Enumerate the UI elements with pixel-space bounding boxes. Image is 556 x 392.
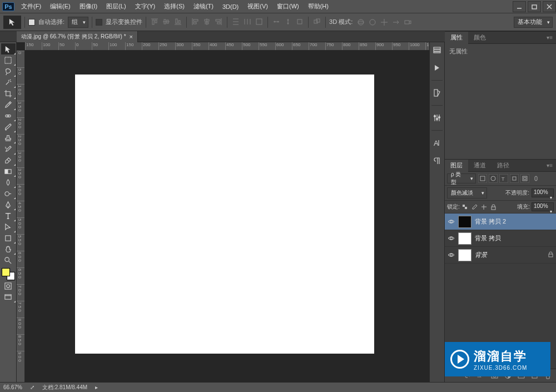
distribute-2-icon[interactable]: [242, 17, 252, 27]
eyedropper-tool[interactable]: [1, 99, 16, 110]
layer-row[interactable]: 背景: [445, 247, 556, 264]
ruler-horizontal[interactable]: 1501005005010015020025030035040045050055…: [25, 42, 445, 51]
close-icon[interactable]: ×: [130, 33, 133, 40]
lock-trans-icon[interactable]: [461, 203, 469, 211]
minimize-button[interactable]: [513, 1, 526, 12]
workspace-dropdown[interactable]: 基本功能: [514, 17, 553, 28]
filter-shape-icon[interactable]: [510, 174, 519, 183]
menu-image[interactable]: 图像(I): [75, 0, 102, 13]
filter-type-icon[interactable]: T: [499, 174, 508, 183]
tab-layers[interactable]: 图层: [445, 160, 468, 172]
layer-row[interactable]: 背景 拷贝 2: [445, 214, 556, 230]
3d-slide-icon[interactable]: [391, 17, 401, 27]
auto-select-checkbox[interactable]: [28, 19, 35, 26]
zoom-tool[interactable]: [1, 255, 16, 266]
lock-all-icon[interactable]: [490, 203, 498, 211]
heal-tool[interactable]: [1, 110, 16, 121]
auto-select-dropdown[interactable]: 组: [68, 17, 88, 28]
actions-panel-icon[interactable]: [431, 62, 443, 73]
align-vcenter-icon[interactable]: [161, 17, 171, 27]
maximize-button[interactable]: [528, 1, 541, 12]
show-transform-checkbox[interactable]: [96, 19, 102, 26]
menu-type[interactable]: 文字(Y): [131, 0, 160, 13]
type-tool[interactable]: [1, 210, 16, 221]
filter-toggle-icon[interactable]: [532, 174, 540, 183]
current-tool-preset[interactable]: [3, 16, 21, 29]
layer-row[interactable]: 背景 拷贝: [445, 230, 556, 247]
distribute-6-icon[interactable]: [295, 17, 305, 27]
stamp-tool[interactable]: [1, 132, 16, 143]
3d-rotate-icon[interactable]: [368, 17, 378, 27]
path-select-tool[interactable]: [1, 221, 16, 232]
distribute-1-icon[interactable]: [231, 17, 241, 27]
panel-menu-icon[interactable]: ▾≡: [543, 162, 556, 168]
crop-tool[interactable]: [1, 88, 16, 99]
history-panel-icon[interactable]: [431, 44, 443, 56]
lock-pos-icon[interactable]: [480, 203, 488, 211]
opacity-field[interactable]: 100%: [532, 188, 554, 197]
marquee-tool[interactable]: [1, 54, 16, 66]
pen-tool[interactable]: [1, 199, 16, 210]
layer-name[interactable]: 背景 拷贝: [475, 234, 501, 242]
menu-window[interactable]: 窗口(W): [272, 0, 304, 13]
brush-tool[interactable]: [1, 121, 16, 132]
layer-name[interactable]: 背景: [475, 251, 487, 259]
color-swatches[interactable]: [2, 268, 15, 280]
menu-edit[interactable]: 编辑(E): [46, 0, 75, 13]
distribute-3-icon[interactable]: [254, 17, 264, 27]
panel-menu-icon[interactable]: ▾≡: [543, 34, 556, 41]
layer-kind-dropdown[interactable]: ρ 类型: [447, 173, 476, 183]
close-button[interactable]: [543, 1, 556, 12]
arrange-icon[interactable]: [312, 17, 322, 27]
3d-orbit-icon[interactable]: [356, 17, 366, 27]
gradient-tool[interactable]: [1, 166, 16, 177]
menu-layer[interactable]: 图层(L): [102, 0, 130, 13]
menu-3d[interactable]: 3D(D): [218, 0, 243, 13]
document-tab[interactable]: 动漫.jpg @ 66.7% (背景 拷贝 2, RGB/8#) * ×: [17, 31, 138, 42]
align-hcenter-icon[interactable]: [202, 17, 212, 27]
screenmode-tool[interactable]: [1, 291, 16, 302]
menu-view[interactable]: 视图(V): [243, 0, 272, 13]
menu-file[interactable]: 文件(F): [17, 0, 46, 13]
foreground-color[interactable]: [2, 268, 10, 276]
visibility-icon[interactable]: [447, 218, 455, 226]
canvas-area[interactable]: 1501005005010015020025030035040045050055…: [17, 42, 445, 382]
align-left-icon[interactable]: [190, 17, 200, 27]
history-brush-tool[interactable]: [1, 143, 16, 155]
shape-tool[interactable]: [1, 232, 16, 244]
visibility-icon[interactable]: [447, 251, 455, 259]
move-tool[interactable]: [1, 43, 16, 54]
layer-thumbnail[interactable]: [458, 216, 471, 228]
menu-select[interactable]: 选择(S): [160, 0, 189, 13]
fill-field[interactable]: 100%: [532, 202, 554, 211]
lock-paint-icon[interactable]: [471, 203, 479, 211]
hand-tool[interactable]: [1, 244, 16, 255]
align-right-icon[interactable]: [214, 17, 224, 27]
blend-mode-dropdown[interactable]: 颜色减淡: [447, 187, 487, 199]
menu-filter[interactable]: 滤镜(T): [189, 0, 218, 13]
layer-thumbnail[interactable]: [458, 232, 471, 245]
align-bottom-icon[interactable]: [173, 17, 183, 27]
wand-tool[interactable]: [1, 77, 16, 88]
tab-channels[interactable]: 通道: [468, 160, 492, 172]
filter-smart-icon[interactable]: [520, 174, 529, 183]
menu-help[interactable]: 帮助(H): [304, 0, 333, 13]
tab-properties[interactable]: 属性: [445, 32, 468, 44]
3d-camera-icon[interactable]: [403, 17, 413, 27]
zoom-value[interactable]: 66.67%: [3, 384, 22, 390]
swatches-panel-icon[interactable]: [431, 87, 443, 98]
filter-adjust-icon[interactable]: [489, 174, 498, 183]
distribute-4-icon[interactable]: [271, 17, 281, 27]
3d-pan-icon[interactable]: [379, 17, 389, 27]
expand-icon[interactable]: ⤢: [30, 384, 34, 390]
doc-size[interactable]: 文档:2.81M/8.44M: [42, 384, 87, 391]
adjustments-panel-icon[interactable]: [431, 112, 443, 123]
visibility-icon[interactable]: [447, 235, 455, 242]
canvas[interactable]: [75, 75, 374, 354]
quickmask-tool[interactable]: [1, 280, 16, 291]
tab-color[interactable]: 颜色: [468, 32, 492, 44]
blur-tool[interactable]: [1, 177, 16, 188]
dodge-tool[interactable]: [1, 188, 16, 199]
filter-pixel-icon[interactable]: [478, 174, 487, 183]
eraser-tool[interactable]: [1, 155, 16, 166]
